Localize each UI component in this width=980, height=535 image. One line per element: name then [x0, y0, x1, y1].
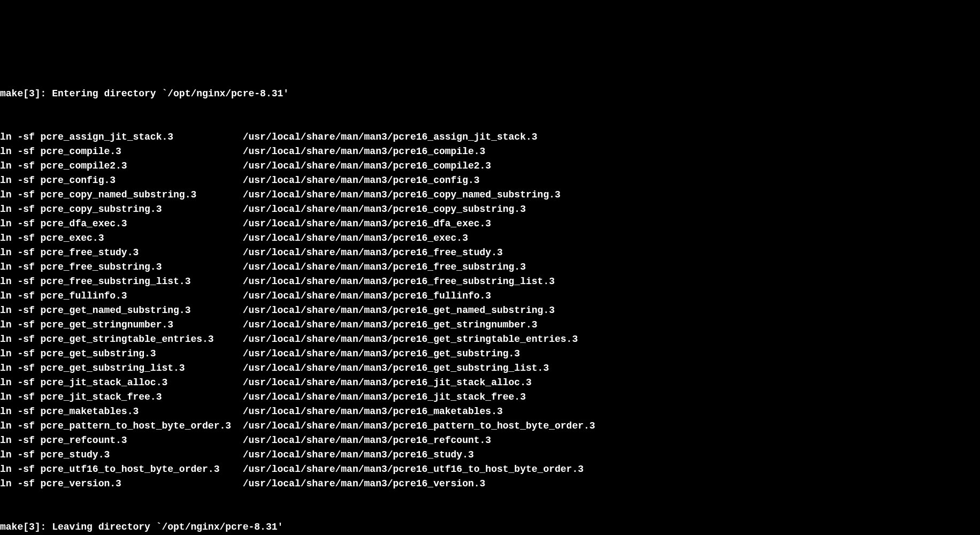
symlink-line: ln -sf pcre_config.3 /usr/local/share/ma…	[0, 173, 980, 188]
symlink-dest: /usr/local/share/man/man3/pcre16_compile…	[243, 146, 486, 157]
symlink-source: ln -sf pcre_version.3	[0, 478, 243, 489]
symlink-line: ln -sf pcre_free_substring_list.3 /usr/l…	[0, 274, 980, 289]
symlink-line: ln -sf pcre_compile2.3 /usr/local/share/…	[0, 159, 980, 173]
symlink-source: ln -sf pcre_exec.3	[0, 233, 243, 243]
symlink-dest: /usr/local/share/man/man3/pcre16_jit_sta…	[243, 392, 526, 402]
symlink-dest: /usr/local/share/man/man3/pcre16_free_st…	[243, 247, 503, 258]
symlink-dest: /usr/local/share/man/man3/pcre16_fullinf…	[243, 291, 491, 301]
symlink-source: ln -sf pcre_free_substring.3	[0, 262, 243, 272]
symlink-source: ln -sf pcre_study.3	[0, 449, 243, 460]
symlink-dest: /usr/local/share/man/man3/pcre16_study.3	[243, 449, 474, 460]
symlink-source: ln -sf pcre_copy_substring.3	[0, 204, 243, 215]
symlink-source: ln -sf pcre_utf16_to_host_byte_order.3	[0, 464, 243, 475]
symlink-line: ln -sf pcre_get_substring_list.3 /usr/lo…	[0, 361, 980, 376]
symlink-dest: /usr/local/share/man/man3/pcre16_get_str…	[243, 334, 578, 345]
symlink-dest: /usr/local/share/man/man3/pcre16_free_su…	[243, 276, 555, 287]
symlink-source: ln -sf pcre_copy_named_substring.3	[0, 189, 243, 200]
symlink-source: ln -sf pcre_compile.3	[0, 146, 243, 157]
symlink-dest: /usr/local/share/man/man3/pcre16_maketab…	[243, 406, 503, 417]
symlink-line: ln -sf pcre_fullinfo.3 /usr/local/share/…	[0, 289, 980, 303]
symlink-line: ln -sf pcre_utf16_to_host_byte_order.3 /…	[0, 462, 980, 477]
symlink-dest: /usr/local/share/man/man3/pcre16_version…	[243, 478, 486, 489]
symlink-line: ln -sf pcre_dfa_exec.3 /usr/local/share/…	[0, 217, 980, 231]
symlink-line: ln -sf pcre_pattern_to_host_byte_order.3…	[0, 419, 980, 433]
symlink-dest: /usr/local/share/man/man3/pcre16_dfa_exe…	[243, 218, 491, 229]
symlink-line: ln -sf pcre_get_named_substring.3 /usr/l…	[0, 303, 980, 318]
symlink-source: ln -sf pcre_fullinfo.3	[0, 291, 243, 301]
symlink-dest: /usr/local/share/man/man3/pcre16_get_nam…	[243, 305, 555, 316]
symlink-line: ln -sf pcre_assign_jit_stack.3 /usr/loca…	[0, 130, 980, 144]
symlink-dest: /usr/local/share/man/man3/pcre16_copy_na…	[243, 189, 561, 200]
symlink-line: ln -sf pcre_get_stringnumber.3 /usr/loca…	[0, 318, 980, 332]
symlink-dest: /usr/local/share/man/man3/pcre16_get_sub…	[243, 363, 549, 373]
symlink-dest: /usr/local/share/man/man3/pcre16_get_str…	[243, 319, 538, 330]
symlink-line: ln -sf pcre_study.3 /usr/local/share/man…	[0, 448, 980, 462]
terminal-output: make[3]: Entering directory `/opt/nginx/…	[0, 58, 980, 535]
symlink-source: ln -sf pcre_config.3	[0, 175, 243, 186]
symlink-line: ln -sf pcre_free_study.3 /usr/local/shar…	[0, 246, 980, 260]
symlink-dest: /usr/local/share/man/man3/pcre16_refcoun…	[243, 435, 491, 446]
symlink-line: ln -sf pcre_copy_substring.3 /usr/local/…	[0, 202, 980, 217]
symlink-source: ln -sf pcre_get_substring.3	[0, 348, 243, 359]
symlink-dest: /usr/local/share/man/man3/pcre16_free_su…	[243, 262, 526, 272]
symlink-source: ln -sf pcre_jit_stack_free.3	[0, 392, 243, 402]
symlink-source: ln -sf pcre_dfa_exec.3	[0, 218, 243, 229]
symlink-source: ln -sf pcre_compile2.3	[0, 160, 243, 171]
symlink-source: ln -sf pcre_get_named_substring.3	[0, 305, 243, 316]
make-leave-block: make[3]: Leaving directory `/opt/nginx/p…	[0, 520, 980, 535]
symlink-line: ln -sf pcre_compile.3 /usr/local/share/m…	[0, 144, 980, 159]
symlink-line: ln -sf pcre_get_stringtable_entries.3 /u…	[0, 332, 980, 347]
symlink-line: ln -sf pcre_maketables.3 /usr/local/shar…	[0, 404, 980, 419]
symlink-line: ln -sf pcre_jit_stack_free.3 /usr/local/…	[0, 390, 980, 404]
symlink-source: ln -sf pcre_refcount.3	[0, 435, 243, 446]
symlink-dest: /usr/local/share/man/man3/pcre16_pattern…	[243, 421, 595, 431]
symlink-dest: /usr/local/share/man/man3/pcre16_copy_su…	[243, 204, 526, 215]
symlink-line: ln -sf pcre_free_substring.3 /usr/local/…	[0, 260, 980, 274]
symlink-source: ln -sf pcre_free_substring_list.3	[0, 276, 243, 287]
symlink-line: ln -sf pcre_copy_named_substring.3 /usr/…	[0, 188, 980, 202]
symlink-source: ln -sf pcre_get_stringtable_entries.3	[0, 334, 243, 345]
symlink-source: ln -sf pcre_jit_stack_alloc.3	[0, 377, 243, 388]
symlink-line: ln -sf pcre_jit_stack_alloc.3 /usr/local…	[0, 376, 980, 390]
make-leave-line: make[3]: Leaving directory `/opt/nginx/p…	[0, 520, 980, 534]
symlink-source: ln -sf pcre_pattern_to_host_byte_order.3	[0, 421, 243, 431]
symlink-line: ln -sf pcre_version.3 /usr/local/share/m…	[0, 477, 980, 491]
symlink-dest: /usr/local/share/man/man3/pcre16_utf16_t…	[243, 464, 584, 475]
symlink-dest: /usr/local/share/man/man3/pcre16_jit_sta…	[243, 377, 532, 388]
symlink-dest: /usr/local/share/man/man3/pcre16_assign_…	[243, 132, 538, 142]
symlink-dest: /usr/local/share/man/man3/pcre16_compile…	[243, 160, 491, 171]
symlink-source: ln -sf pcre_get_substring_list.3	[0, 363, 243, 373]
symlink-dest: /usr/local/share/man/man3/pcre16_exec.3	[243, 233, 468, 243]
symlink-line: ln -sf pcre_get_substring.3 /usr/local/s…	[0, 347, 980, 361]
symlink-source: ln -sf pcre_free_study.3	[0, 247, 243, 258]
symlink-dest: /usr/local/share/man/man3/pcre16_get_sub…	[243, 348, 520, 359]
symlink-dest: /usr/local/share/man/man3/pcre16_config.…	[243, 175, 480, 186]
make-enter-line: make[3]: Entering directory `/opt/nginx/…	[0, 87, 980, 101]
symlink-source: ln -sf pcre_get_stringnumber.3	[0, 319, 243, 330]
symlink-line: ln -sf pcre_refcount.3 /usr/local/share/…	[0, 433, 980, 448]
symlink-line: ln -sf pcre_exec.3 /usr/local/share/man/…	[0, 231, 980, 246]
symlink-block: ln -sf pcre_assign_jit_stack.3 /usr/loca…	[0, 130, 980, 491]
symlink-source: ln -sf pcre_assign_jit_stack.3	[0, 132, 243, 142]
symlink-source: ln -sf pcre_maketables.3	[0, 406, 243, 417]
